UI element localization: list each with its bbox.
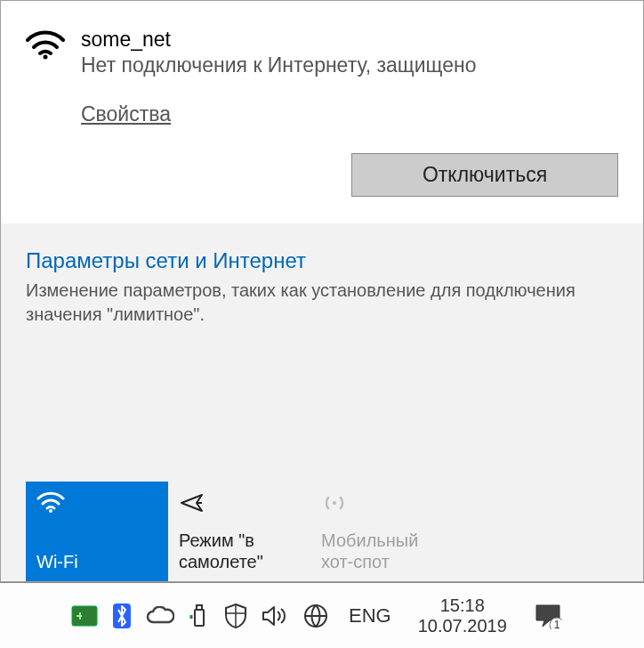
network-row[interactable]: some_net Нет подключения к Интернету, за… <box>26 28 618 77</box>
settings-link[interactable]: Параметры сети и Интернет Изменение пара… <box>26 248 618 327</box>
svg-rect-3 <box>72 606 97 626</box>
tile-wifi[interactable]: Wi-Fi <box>26 482 168 581</box>
airplane-icon <box>179 490 300 517</box>
svg-rect-5 <box>195 610 204 626</box>
usb-eject-icon[interactable] <box>189 603 210 629</box>
network-ssid: some_net <box>81 28 618 52</box>
quick-tiles: Wi-Fi Режим "в самолете" <box>26 482 618 581</box>
settings-description: Изменение параметров, таких как установл… <box>26 279 618 327</box>
language-indicator[interactable]: ENG <box>349 604 391 628</box>
tile-airplane[interactable]: Режим "в самолете" <box>168 482 310 581</box>
current-network-panel: some_net Нет подключения к Интернету, за… <box>1 1 643 223</box>
bluetooth-icon[interactable] <box>112 603 132 629</box>
tile-hotspot-label: Мобильный хот-спот <box>321 530 442 572</box>
volume-icon[interactable] <box>262 604 288 628</box>
wifi-icon <box>36 490 157 517</box>
taskbar: ENG 15:18 10.07.2019 1 <box>0 582 644 648</box>
clock-date: 10.07.2019 <box>418 616 507 636</box>
network-flyout: some_net Нет подключения к Интернету, за… <box>0 0 644 582</box>
action-center-icon[interactable]: 1 <box>534 603 562 629</box>
svg-point-2 <box>333 501 336 505</box>
svg-point-0 <box>44 55 48 60</box>
tile-hotspot[interactable]: Мобильный хот-спот <box>310 482 453 581</box>
tile-airplane-label: Режим "в самолете" <box>179 530 300 572</box>
clock[interactable]: 15:18 10.07.2019 <box>418 595 507 636</box>
wifi-icon <box>26 29 65 63</box>
settings-title: Параметры сети и Интернет <box>26 248 618 273</box>
network-settings-panel: Параметры сети и Интернет Изменение пара… <box>1 223 643 581</box>
network-info: some_net Нет подключения к Интернету, за… <box>81 28 618 77</box>
security-icon[interactable] <box>224 603 247 629</box>
disconnect-button[interactable]: Отключиться <box>351 153 618 197</box>
hotspot-icon <box>321 490 442 517</box>
properties-link[interactable]: Свойства <box>81 102 171 126</box>
svg-point-1 <box>49 509 52 513</box>
onedrive-icon[interactable] <box>146 606 174 626</box>
network-status: Нет подключения к Интернету, защищено <box>81 53 618 77</box>
svg-rect-6 <box>197 605 202 610</box>
tray-app-icon[interactable] <box>71 605 98 627</box>
tile-wifi-label: Wi-Fi <box>36 551 157 572</box>
svg-text:1: 1 <box>553 619 559 629</box>
clock-time: 15:18 <box>440 595 485 616</box>
network-tray-icon[interactable] <box>302 603 329 629</box>
